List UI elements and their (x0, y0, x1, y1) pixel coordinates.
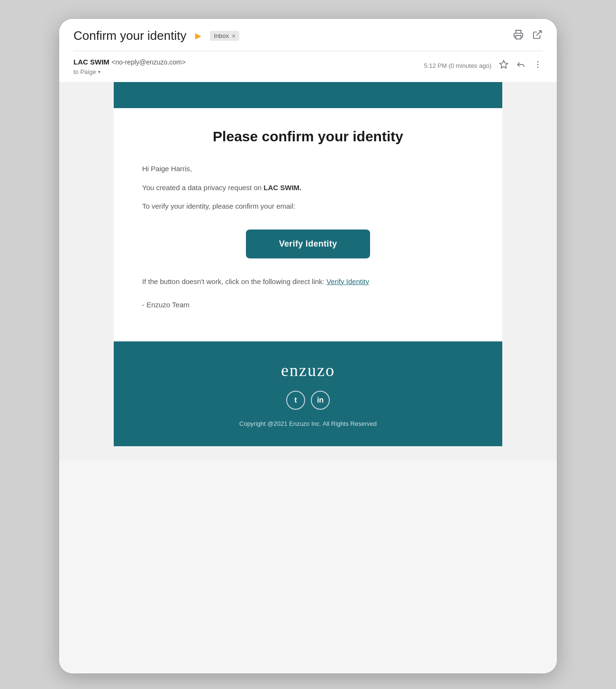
email-body-line1: You created a data privacy request on LA… (142, 182, 474, 194)
svg-point-5 (537, 67, 539, 68)
more-options-icon[interactable] (533, 60, 543, 72)
email-company-name: LAC SWIM. (263, 184, 301, 192)
forward-icon: ► (193, 30, 203, 42)
sender-name-email: LAC SWIM <no-reply@enzuzo.com> (73, 58, 186, 66)
verify-button-wrapper: Verify Identity (142, 230, 474, 258)
chevron-down-icon[interactable]: ▾ (98, 69, 100, 74)
linkedin-icon: in (317, 396, 324, 404)
enzuzo-logo: enzuzo (128, 360, 488, 380)
inbox-badge: Inbox × (210, 31, 239, 41)
twitter-icon-button[interactable]: t (286, 391, 305, 410)
email-top-banner (114, 82, 502, 108)
email-fallback-text: If the button doesn't work, click on the… (142, 276, 474, 288)
sender-name: LAC SWIM (73, 58, 109, 66)
email-timestamp: 5:12 PM (0 minutes ago) (424, 62, 491, 69)
sender-info: LAC SWIM <no-reply@enzuzo.com> to Paige … (73, 58, 186, 75)
social-icons: t in (128, 391, 488, 410)
print-icon[interactable] (513, 29, 524, 42)
fallback-prefix: If the button doesn't work, click on the… (142, 277, 326, 285)
email-title-row: Confirm your identity ► Inbox × (73, 28, 543, 51)
reply-icon[interactable] (516, 60, 525, 72)
verify-identity-link[interactable]: Verify Identity (326, 277, 369, 285)
svg-rect-0 (516, 36, 521, 39)
svg-marker-2 (500, 61, 508, 68)
email-body-inner: Please confirm your identity Hi Paige Ha… (114, 108, 502, 341)
email-chrome: Confirm your identity ► Inbox × (59, 19, 557, 82)
sender-row: LAC SWIM <no-reply@enzuzo.com> to Paige … (73, 51, 543, 82)
email-body-line2: To verify your identity, please confirm … (142, 200, 474, 212)
sender-email: <no-reply@enzuzo.com> (111, 58, 186, 66)
verify-identity-button[interactable]: Verify Identity (246, 230, 371, 258)
sender-to: to Paige ▾ (73, 68, 186, 75)
email-title-actions (513, 29, 543, 42)
footer-copyright: Copyright @2021 Enzuzo Inc. All Rights R… (128, 420, 488, 427)
email-footer: enzuzo t in Copyright @2021 Enzuzo Inc. … (114, 341, 502, 446)
badge-close-button[interactable]: × (232, 33, 236, 39)
email-signature: - Enzuzo Team (142, 299, 474, 311)
email-subject: Confirm your identity (73, 28, 186, 43)
svg-point-4 (537, 64, 539, 65)
email-title-left: Confirm your identity ► Inbox × (73, 28, 239, 43)
inbox-badge-label: Inbox (214, 32, 229, 39)
footer-outer: enzuzo t in Copyright @2021 Enzuzo Inc. … (59, 341, 557, 460)
linkedin-icon-button[interactable]: in (311, 391, 330, 410)
email-body-wrapper: Please confirm your identity Hi Paige Ha… (59, 82, 557, 341)
email-main-heading: Please confirm your identity (142, 127, 474, 146)
email-content-card: Please confirm your identity Hi Paige Ha… (114, 82, 502, 341)
twitter-icon: t (294, 396, 297, 404)
device-frame: Confirm your identity ► Inbox × (59, 19, 557, 673)
star-icon[interactable] (499, 60, 508, 72)
svg-line-1 (536, 31, 541, 36)
svg-point-3 (537, 61, 539, 63)
to-label: to Paige (73, 68, 96, 75)
sender-actions: 5:12 PM (0 minutes ago) (424, 58, 543, 72)
open-external-icon[interactable] (532, 29, 543, 42)
email-greeting: Hi Paige Harris, (142, 163, 474, 175)
email-body-prefix: You created a data privacy request on (142, 184, 263, 192)
